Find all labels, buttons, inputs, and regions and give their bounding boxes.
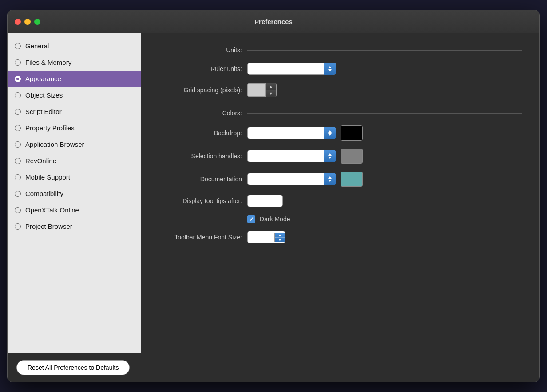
toolbar-font-down-button[interactable]: ▼ — [275, 238, 285, 242]
backdrop-input[interactable]: Black — [247, 127, 336, 139]
grid-spacing-row: Grid spacing (pixels): ▲ ▼ — [159, 83, 522, 97]
radio-general — [15, 43, 21, 49]
sidebar-item-openxtalk-online[interactable]: OpenXTalk Online — [8, 202, 141, 218]
close-button[interactable] — [15, 19, 21, 25]
radio-property-profiles — [15, 125, 21, 131]
selection-handles-wrapper: Gray50 — [247, 150, 336, 162]
main-content: General Files & Memory Appearance Object… — [8, 33, 539, 353]
sidebar-item-general[interactable]: General — [8, 38, 141, 54]
arrow-down-icon — [328, 69, 332, 71]
preferences-window: Preferences General Files & Memory Appea… — [7, 10, 540, 382]
radio-appearance — [15, 76, 21, 82]
toolbar-font-label: Toolbar Menu Font Size: — [159, 234, 247, 241]
ruler-units-input[interactable]: Pixels — [247, 63, 336, 75]
radio-mobile-support — [15, 174, 21, 180]
sidebar-label-general: General — [25, 42, 49, 50]
doc-arrow-down-icon — [328, 180, 332, 182]
sidebar-item-mobile-support[interactable]: Mobile Support — [8, 169, 141, 185]
ruler-units-stepper[interactable] — [324, 63, 336, 75]
backdrop-dropdown-container: Black — [247, 125, 363, 141]
selection-handles-color-swatch[interactable] — [341, 149, 363, 164]
sidebar-item-application-browser[interactable]: Application Browser — [8, 136, 141, 153]
backdrop-arrow-down-icon — [328, 133, 332, 136]
sel-arrow-up-icon — [328, 153, 332, 156]
documentation-dropdown-container: hypertext color — [247, 172, 363, 187]
grid-color-box[interactable] — [247, 83, 265, 97]
sidebar-label-mobile-support: Mobile Support — [25, 173, 70, 181]
doc-arrow-up-icon — [328, 176, 332, 179]
titlebar: Preferences — [8, 10, 539, 33]
ruler-units-wrapper: Pixels — [247, 63, 336, 75]
backdrop-stepper[interactable] — [324, 127, 336, 139]
units-section-header: Units: — [159, 47, 522, 54]
grid-stepper-wrapper: ▲ ▼ — [247, 83, 277, 97]
sidebar-label-openxtalk-online: OpenXTalk Online — [25, 206, 79, 214]
toolbar-font-input[interactable]: 10 — [248, 231, 274, 243]
maximize-button[interactable] — [34, 19, 40, 25]
sidebar-item-compatibility[interactable]: Compatibility — [8, 185, 141, 202]
sidebar-item-files-memory[interactable]: Files & Memory — [8, 54, 141, 71]
dark-mode-checkbox[interactable]: ✓ — [247, 215, 255, 223]
reset-button[interactable]: Reset All Preferences to Defaults — [16, 360, 130, 375]
documentation-color-swatch[interactable] — [341, 172, 363, 187]
documentation-stepper[interactable] — [324, 173, 336, 185]
grid-spacing-label: Grid spacing (pixels): — [159, 86, 247, 94]
selection-handles-input[interactable]: Gray50 — [247, 150, 336, 162]
sel-arrow-down-icon — [328, 157, 332, 159]
toolbar-font-row: Toolbar Menu Font Size: 10 ▲ ▼ — [159, 231, 522, 243]
checkmark-icon: ✓ — [249, 216, 254, 222]
backdrop-label: Backdrop: — [159, 129, 247, 137]
grid-stepper: ▲ ▼ — [265, 83, 277, 97]
sidebar-item-revonline[interactable]: RevOnline — [8, 153, 141, 169]
toolbar-font-wrapper: 10 ▲ ▼ — [247, 231, 285, 243]
sidebar-item-script-editor[interactable]: Script Editor — [8, 103, 141, 120]
radio-script-editor — [15, 109, 21, 115]
backdrop-color-swatch[interactable] — [341, 125, 363, 141]
radio-files-memory — [15, 59, 21, 66]
radio-project-browser — [15, 223, 21, 230]
sidebar-label-revonline: RevOnline — [25, 157, 56, 165]
radio-revonline — [15, 158, 21, 164]
selection-handles-stepper[interactable] — [324, 150, 336, 162]
documentation-label: Documentation — [159, 176, 247, 183]
grid-up-button[interactable]: ▲ — [266, 83, 276, 90]
backdrop-arrow-up-icon — [328, 130, 332, 133]
sidebar-label-object-sizes: Object Sizes — [25, 91, 63, 99]
documentation-input[interactable]: hypertext color — [247, 173, 336, 185]
right-panel: Units: Ruler units: Pixels Grid spacing … — [141, 33, 539, 353]
sidebar-label-appearance: Appearance — [25, 75, 61, 82]
sidebar-label-property-profiles: Property Profiles — [25, 124, 75, 132]
colors-divider — [247, 113, 522, 114]
dark-mode-checkbox-container: ✓ Dark Mode — [247, 215, 290, 223]
toolbar-font-stepper: ▲ ▼ — [274, 233, 285, 242]
tooltip-input[interactable]: 500 — [247, 195, 283, 207]
window-controls — [15, 19, 40, 25]
colors-section-header: Colors: — [159, 110, 522, 117]
sidebar-item-property-profiles[interactable]: Property Profiles — [8, 120, 141, 136]
sidebar: General Files & Memory Appearance Object… — [8, 33, 141, 353]
radio-compatibility — [15, 191, 21, 197]
window-title: Preferences — [254, 18, 293, 25]
minimize-button[interactable] — [24, 19, 31, 25]
selection-handles-dropdown-container: Gray50 — [247, 149, 363, 164]
ruler-units-row: Ruler units: Pixels — [159, 63, 522, 75]
selection-handles-row: Selection handles: Gray50 — [159, 149, 522, 164]
radio-openxtalk-online — [15, 207, 21, 213]
sidebar-item-project-browser[interactable]: Project Browser — [8, 218, 141, 235]
documentation-wrapper: hypertext color — [247, 173, 336, 185]
tooltip-row: Display tool tips after: 500 — [159, 195, 522, 207]
sidebar-label-script-editor: Script Editor — [25, 108, 62, 115]
radio-application-browser — [15, 141, 21, 148]
units-label: Units: — [159, 47, 247, 54]
sidebar-item-appearance[interactable]: Appearance — [8, 71, 141, 87]
radio-object-sizes — [15, 92, 21, 98]
selection-handles-label: Selection handles: — [159, 153, 247, 160]
sidebar-item-object-sizes[interactable]: Object Sizes — [8, 87, 141, 103]
units-divider — [247, 50, 522, 51]
backdrop-wrapper: Black — [247, 127, 336, 139]
ruler-units-label: Ruler units: — [159, 65, 247, 72]
grid-down-button[interactable]: ▼ — [266, 90, 276, 97]
arrow-up-icon — [328, 66, 332, 68]
documentation-row: Documentation hypertext color — [159, 172, 522, 187]
toolbar-font-up-button[interactable]: ▲ — [275, 233, 285, 238]
